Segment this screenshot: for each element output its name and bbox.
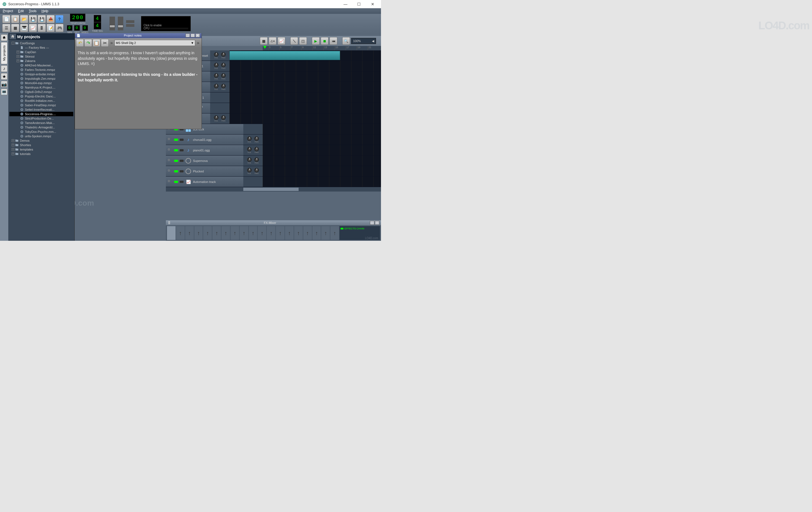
- select-mode-button[interactable]: ◫: [299, 37, 307, 45]
- fx-channel[interactable]: ↑: [267, 226, 276, 240]
- track-name[interactable]: Automation track: [193, 180, 216, 184]
- tree-item[interactable]: Socceroos-Progress....: [9, 112, 73, 116]
- master-volume-slider[interactable]: [110, 17, 115, 30]
- track-content[interactable]: [263, 145, 381, 155]
- tree-item[interactable]: +Skiessi: [9, 54, 73, 59]
- notes-button[interactable]: 📝: [47, 24, 55, 32]
- fx-channel[interactable]: ↑: [249, 226, 257, 240]
- gear-icon[interactable]: ⚙: [168, 179, 173, 184]
- export-button[interactable]: 📤: [47, 15, 55, 23]
- tree-item[interactable]: Thaledric-Armagedd...: [9, 125, 73, 130]
- my-projects-tab[interactable]: My projects: [1, 42, 7, 64]
- volume-knob[interactable]: [214, 73, 219, 78]
- track-type-icon[interactable]: [185, 158, 191, 164]
- gear-icon[interactable]: ⚙: [168, 158, 173, 163]
- track-content[interactable]: [230, 113, 381, 124]
- pan-knob[interactable]: [221, 115, 226, 120]
- project-notes-window[interactable]: 📄 Project notes _ ☐ ✕ ↶ ↷ 📋 ✂ » MS Shell…: [75, 33, 202, 129]
- effects-chain[interactable]: EFFECTS CHAIN: [340, 226, 380, 240]
- presets-tab[interactable]: ★: [1, 73, 7, 80]
- fx-channel[interactable]: ↑: [203, 226, 212, 240]
- track-type-icon[interactable]: 📈: [185, 179, 191, 185]
- tree-item[interactable]: Root84-Initialize.mm...: [9, 99, 73, 103]
- fx-channel[interactable]: ↑: [212, 226, 221, 240]
- tree-item[interactable]: Farbro-Tectonic.mmpz: [9, 68, 73, 72]
- tree-item[interactable]: --- Factory files ---: [9, 45, 73, 50]
- master-pitch-slider[interactable]: [118, 17, 123, 30]
- close-button[interactable]: ✕: [366, 0, 379, 8]
- draw-mode-button[interactable]: ＼: [290, 37, 298, 45]
- tree-item[interactable]: Popsip-Electric Danc...: [9, 94, 73, 99]
- pan-knob[interactable]: [221, 73, 226, 78]
- tree-item[interactable]: StrictProduction-De...: [9, 116, 73, 121]
- tree-item[interactable]: +templates: [9, 147, 73, 152]
- controller-button[interactable]: 🎮: [55, 24, 64, 32]
- tree-item[interactable]: Greippi-ardudar.mmpz: [9, 72, 73, 76]
- track-content[interactable]: [230, 72, 381, 82]
- solo-led[interactable]: [180, 170, 183, 172]
- track-name[interactable]: chorus01.ogg: [193, 138, 211, 141]
- song-ruler[interactable]: 3579111315171921: [263, 46, 381, 50]
- stop-button[interactable]: ⏹: [321, 37, 328, 45]
- song-scrollbar[interactable]: [166, 187, 381, 191]
- track-type-icon[interactable]: ♪: [185, 137, 191, 143]
- cpu-meter[interactable]: Click to enable CPU: [141, 16, 191, 31]
- pan-knob[interactable]: [221, 52, 226, 57]
- fx-channel[interactable]: ↑: [185, 226, 194, 240]
- mute-led[interactable]: [174, 139, 178, 141]
- tree-item[interactable]: TameAnderson-Mak...: [9, 121, 73, 125]
- tree-item[interactable]: +Demos: [9, 138, 73, 143]
- fx-channel[interactable]: ↑: [231, 226, 239, 240]
- volume-knob[interactable]: [247, 136, 252, 141]
- gear-icon[interactable]: ⚙: [168, 137, 173, 142]
- track-type-icon[interactable]: ♪: [185, 147, 191, 153]
- tree-item[interactable]: TobyDox-Psycho.mm...: [9, 130, 73, 134]
- add-sample-track-button[interactable]: ♫+: [269, 37, 277, 45]
- tree-item[interactable]: Saber-FinalStep.mmpz: [9, 103, 73, 107]
- fx-titlebar[interactable]: 🎛 FX-Mixer _ ✕: [166, 220, 381, 225]
- fx-channel[interactable]: ↑: [312, 226, 321, 240]
- track-content[interactable]: [230, 61, 381, 71]
- notes-text-area[interactable]: This is still a work-in-progress. I know…: [75, 48, 202, 129]
- volume-knob[interactable]: [247, 158, 252, 162]
- track-content[interactable]: [230, 82, 381, 92]
- open-button[interactable]: 📂: [20, 15, 28, 23]
- mute-led[interactable]: [174, 170, 178, 172]
- fx-channel[interactable]: ↑: [240, 226, 248, 240]
- zoom-display[interactable]: 100%◀: [351, 38, 376, 44]
- track-header[interactable]: ⚙ ♪ piano01.ogg: [166, 145, 243, 155]
- zoom-button[interactable]: 🔍: [342, 37, 350, 45]
- track-name[interactable]: Supernova: [193, 159, 208, 162]
- titlebar[interactable]: Socceroos-Progress - LMMS 1.1.3 — ☐ ✕: [0, 0, 381, 8]
- fx-channel[interactable]: ↑: [330, 226, 339, 240]
- notes-minimize-button[interactable]: _: [185, 33, 190, 37]
- fx-channel[interactable]: ↑: [176, 226, 185, 240]
- notes-titlebar[interactable]: 📄 Project notes _ ☐ ✕: [75, 33, 202, 38]
- fx-minimize-button[interactable]: _: [370, 221, 374, 225]
- solo-led[interactable]: [180, 139, 183, 141]
- menu-project[interactable]: Project: [3, 9, 13, 13]
- computer-tab[interactable]: 💻: [1, 88, 7, 95]
- undo-button[interactable]: ↶: [76, 39, 84, 47]
- mute-led[interactable]: [174, 160, 178, 162]
- fx-mixer-button[interactable]: 🎛: [38, 24, 46, 32]
- fx-master-channel[interactable]: [167, 226, 176, 240]
- volume-knob[interactable]: [247, 147, 252, 152]
- tree-item[interactable]: +CapDan: [9, 50, 73, 54]
- maximize-button[interactable]: ☐: [353, 0, 365, 8]
- fx-close-button[interactable]: ✕: [375, 221, 379, 225]
- volume-knob[interactable]: [214, 52, 219, 57]
- cut-button[interactable]: ✂: [101, 39, 109, 47]
- toolbar-more-icon[interactable]: »: [109, 41, 114, 45]
- play-position-marker[interactable]: [263, 46, 266, 50]
- track-header[interactable]: ⚙ Plucked: [166, 166, 243, 176]
- save-as-button[interactable]: 💾: [38, 15, 46, 23]
- tree-item[interactable]: Impulslogik-Zen.mmpz: [9, 76, 73, 81]
- track-name[interactable]: Plucked: [193, 170, 204, 173]
- gear-icon[interactable]: ⚙: [168, 148, 173, 153]
- copy-button[interactable]: 📋: [93, 39, 100, 47]
- save-button[interactable]: 💾: [29, 15, 37, 23]
- track-content[interactable]: [230, 92, 381, 103]
- tree-item[interactable]: -CoolSongs: [9, 41, 73, 45]
- menu-edit[interactable]: Edit: [18, 9, 24, 13]
